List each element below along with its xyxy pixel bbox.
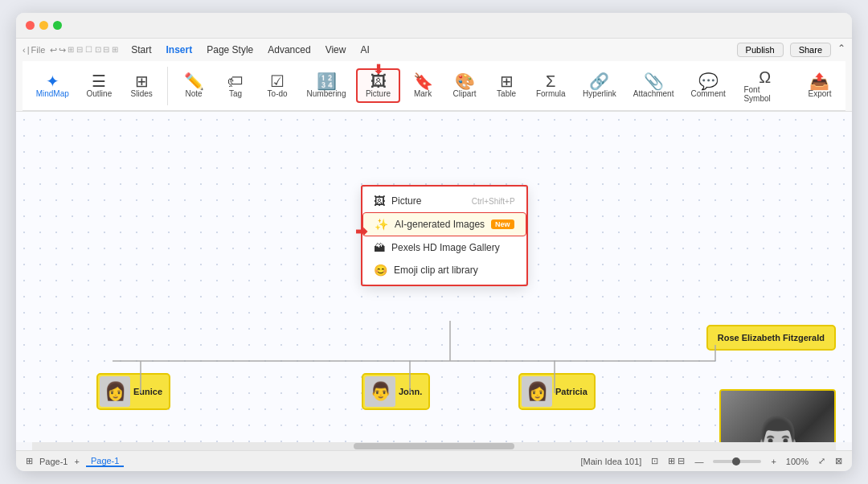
ribbon-todo[interactable]: ☑ To-do [258,70,297,101]
minimize-button[interactable] [39,21,48,30]
fit-icon[interactable]: ⊡ [651,456,658,466]
ribbon-mark[interactable]: 🔖 Mark [403,70,442,101]
ribbon-outline[interactable]: ☰ Outline [80,70,120,101]
ribbon-export[interactable]: 📤 Export [800,70,839,101]
menu-ai[interactable]: AI [354,43,375,57]
zoom-minus[interactable]: — [694,457,703,466]
dropdown-hd-label: Pexels HD Image Gallery [391,242,500,253]
zoom-level: 100% [786,457,809,466]
file-menu[interactable]: File [31,45,46,55]
ribbon-formula[interactable]: Σ Formula [529,70,572,101]
fontsymbol-label: Font Symbol [743,85,786,103]
dropdown-hd-icon: 🏔 [374,241,385,254]
attachment-label: Attachment [633,89,674,98]
maximize-button[interactable] [53,21,62,30]
app-window: ‹ | File ↩ ↪ ⊞ ⊟ ☐ ⊡ ⊟ ⊞ Start Insert Pa… [16,13,852,471]
outline-icon: ☰ [92,73,106,89]
menu-advanced[interactable]: Advanced [261,43,317,57]
note-icon: ✏️ [184,73,204,89]
node-eunice[interactable]: 👩 Eunice [96,373,170,410]
ribbon-numbering[interactable]: 🔢 Numbering [300,70,353,101]
ribbon-comment[interactable]: 💬 Comment [684,70,733,101]
toolbar: ‹ | File ↩ ↪ ⊞ ⊟ ☐ ⊡ ⊟ ⊞ Start Insert Pa… [16,39,852,112]
page-add[interactable]: + [74,457,79,466]
more-icon[interactable]: ⌃ [837,43,845,57]
eunice-person-node: 👩 Eunice [96,373,170,410]
node-robert[interactable]: 👨 [719,389,836,442]
picture-label: Picture [366,89,391,98]
menu-start[interactable]: Start [125,43,158,57]
ribbon-slides[interactable]: ⊞ Slides [122,70,161,101]
john-photo: 👨 [365,376,395,407]
ribbon-picture-wrapper: 🖼 Picture ⬇ [356,68,400,103]
ribbon: ✦ MindMap ☰ Outline ⊞ Slides ✏️ Note 🏷 T… [23,61,845,111]
zoom-plus[interactable]: + [771,457,776,466]
john-person-node: 👨 John. [362,373,430,410]
patricia-person-node: 👩 Patricia [518,373,596,410]
status-right: [Main Idea 101] ⊡ ⊞ ⊟ — + 100% ⤢ ⊠ [581,456,842,466]
canvas-area[interactable]: The Kennedy Rose Elizabeth Fitzgerald 👩 … [16,112,852,442]
ribbon-attachment[interactable]: 📎 Attachment [626,70,680,101]
node-john[interactable]: 👨 John. [362,373,430,410]
undo-icon[interactable]: ↩ [50,45,57,55]
menu-pagestyle[interactable]: Page Style [200,43,260,57]
mindmap-label: MindMap [36,89,69,98]
mindmap-icon: ✦ [46,73,59,89]
node-info: [Main Idea 101] [581,457,642,466]
node-patricia[interactable]: 👩 Patricia [518,373,596,410]
comment-icon: 💬 [698,73,719,89]
publish-button[interactable]: Publish [737,43,784,57]
ribbon-fontsymbol[interactable]: Ω Font Symbol [735,66,794,106]
john-label: John. [399,387,422,396]
dropdown-hd-gallery[interactable]: 🏔 Pexels HD Image Gallery [362,236,526,259]
menu-view[interactable]: View [319,43,353,57]
menu-insert[interactable]: Insert [160,43,199,57]
ribbon-clipart[interactable]: 🎨 Clipart [445,70,484,101]
patricia-label: Patricia [555,387,588,396]
patricia-photo: 👩 [522,376,552,407]
dropdown-emoji-lib[interactable]: 😊 Emoji clip art library [362,259,526,281]
close-button[interactable] [26,21,35,30]
share-button[interactable]: Share [790,43,831,57]
numbering-label: Numbering [307,89,346,98]
redo-icon[interactable]: ↪ [59,45,66,55]
dropdown-picture-label: Picture [391,195,421,207]
back-icon[interactable]: ‹ [23,45,26,55]
ribbon-note[interactable]: ✏️ Note [174,70,213,101]
dropdown-emoji-label: Emoji clip art library [394,265,478,276]
export-icon: 📤 [809,73,829,89]
separator-icon: | [27,45,30,55]
settings-icon[interactable]: ⊠ [835,456,842,466]
fontsymbol-icon: Ω [759,69,771,85]
mark-icon: 🔖 [413,73,433,89]
formula-icon: Σ [546,73,555,89]
ribbon-hyperlink[interactable]: 🔗 Hyperlink [575,70,623,101]
dropdown-emoji-icon: 😊 [374,264,387,277]
dropdown-ai-label: AI-generated Images [395,219,485,230]
dropdown-ai-images[interactable]: ✨ AI-generated Images New [362,212,526,236]
dropdown-menu: 🖼 Picture Ctrl+Shift+P ✨ AI-generated Im… [362,186,527,285]
dropdown-picture-shortcut: Ctrl+Shift+P [472,197,515,206]
ribbon-mindmap[interactable]: ✦ MindMap [29,70,76,101]
hyperlink-icon: 🔗 [589,73,609,89]
ribbon-tag[interactable]: 🏷 Tag [216,70,255,101]
outline-label: Outline [87,89,113,98]
dropdown-picture-icon: 🖼 [374,195,385,207]
dropdown-ai-icon: ✨ [375,218,388,231]
fullscreen-icon[interactable]: ⤢ [818,456,825,466]
zoom-thumb [732,457,740,466]
dropdown-picture[interactable]: 🖼 Picture Ctrl+Shift+P [362,190,526,212]
eunice-label: Eunice [133,387,162,396]
table-icon: ⊞ [500,73,514,89]
page-tab-1[interactable]: Page-1 [86,456,124,467]
attachment-icon: 📎 [644,73,664,89]
toolbar-icons: ⊞ ⊟ ☐ ⊡ ⊟ ⊞ [68,45,118,55]
node-rose[interactable]: Rose Elizabeth Fitzgerald [706,325,836,351]
ribbon-table[interactable]: ⊞ Table [487,70,526,101]
sep1 [167,67,168,105]
zoom-slider[interactable] [713,460,761,463]
page-label: Page-1 [39,457,68,466]
grid-icons: ⊞ ⊟ [668,456,685,466]
menu-right: Publish Share ⌃ [737,43,845,57]
scroll-area[interactable] [32,442,836,450]
